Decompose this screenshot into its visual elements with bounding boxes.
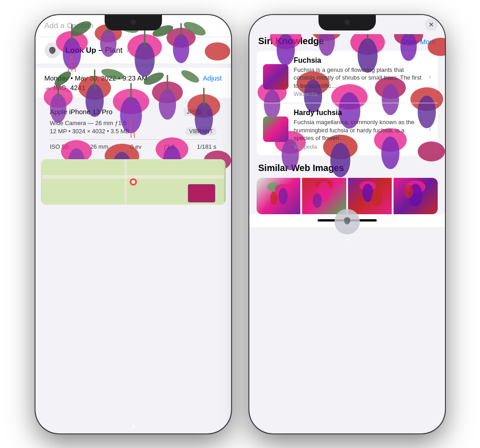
svg-point-99 xyxy=(278,188,288,204)
close-button[interactable]: ✕ xyxy=(425,18,438,31)
siri-knowledge-section: Siri Knowledge Show More Fuchsia Fuchsia… xyxy=(249,36,445,156)
knowledge-item-fuchsia[interactable]: Fuchsia Fuchsia is a genus of flowering … xyxy=(257,51,438,104)
svg-point-52 xyxy=(131,180,135,184)
left-screen: Add a Caption Look Up – Plant › M xyxy=(35,15,231,433)
svg-point-16 xyxy=(159,89,176,120)
front-camera-right xyxy=(344,20,350,25)
svg-point-5 xyxy=(135,42,155,77)
fuchsia-name: Fuchsia xyxy=(294,56,424,65)
map-thumbnail[interactable] xyxy=(41,159,226,205)
hardy-thumb-bg xyxy=(263,116,288,142)
svg-point-18 xyxy=(195,102,213,135)
hardy-name: Hardy fuchsia xyxy=(294,109,424,117)
hardy-source: Wikipedia xyxy=(294,144,424,150)
close-icon: ✕ xyxy=(429,21,434,28)
leaf-search-icon xyxy=(341,215,354,228)
svg-rect-54 xyxy=(189,185,214,201)
hardy-text: Hardy fuchsia Fuchsia magellanica, commo… xyxy=(294,109,424,150)
hardy-thumbnail xyxy=(263,116,288,142)
knowledge-card: Fuchsia Fuchsia is a genus of flowering … xyxy=(257,51,438,156)
fuchsia-desc: Fuchsia is a genus of flowering plants t… xyxy=(294,66,424,90)
svg-point-91 xyxy=(326,15,354,33)
svg-point-100 xyxy=(270,191,278,205)
map-background xyxy=(41,159,226,205)
front-camera xyxy=(131,20,136,25)
hardy-chevron: › xyxy=(429,125,431,133)
svg-rect-49 xyxy=(42,175,224,179)
left-phone: Add a Caption Look Up – Plant › M xyxy=(35,15,231,433)
fuchsia-chevron: › xyxy=(429,73,431,81)
vs-dot xyxy=(346,238,348,241)
map-svg xyxy=(41,159,226,205)
left-content: Add a Caption Look Up – Plant › M xyxy=(35,15,231,433)
fuchsia-source: Wikipedia xyxy=(294,91,424,97)
svg-point-12 xyxy=(86,84,104,117)
right-phone: Results ✕ Siri Knowledge Show More xyxy=(249,15,445,433)
visual-search-button[interactable] xyxy=(334,209,360,234)
fuchsia-thumbnail xyxy=(263,64,288,90)
photo-indicator xyxy=(132,425,135,428)
svg-point-106 xyxy=(371,190,382,206)
knowledge-item-hardy[interactable]: Hardy fuchsia Fuchsia magellanica, commo… xyxy=(257,103,438,156)
fuchsia-text: Fuchsia Fuchsia is a genus of flowering … xyxy=(294,56,424,98)
svg-point-8 xyxy=(205,42,230,60)
fuchsia-thumb-bg xyxy=(263,64,288,90)
svg-point-33 xyxy=(179,68,201,85)
svg-rect-50 xyxy=(124,159,127,205)
right-screen: Results ✕ Siri Knowledge Show More xyxy=(249,15,445,433)
svg-point-30 xyxy=(52,69,73,89)
hardy-desc: Fuchsia magellanica, commonly known as t… xyxy=(294,118,424,142)
svg-point-10 xyxy=(50,94,66,123)
svg-point-103 xyxy=(313,193,322,208)
